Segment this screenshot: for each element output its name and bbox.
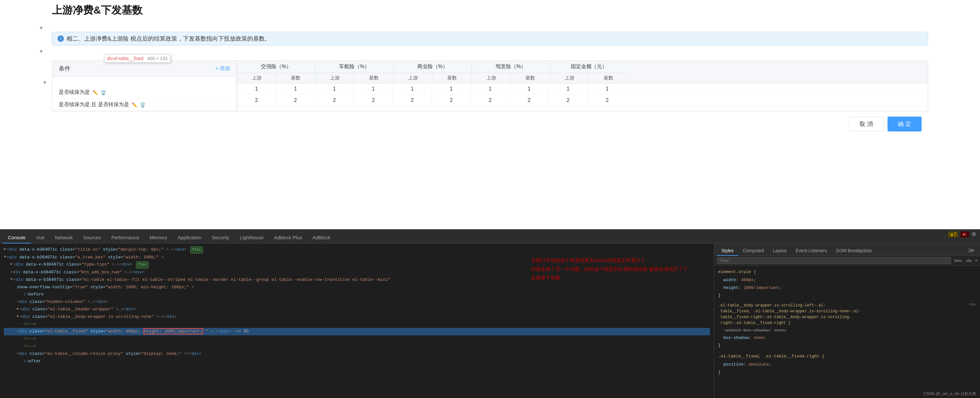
cell-r1-2[interactable]: 1 [315, 83, 354, 94]
code-text-7: ::before [23, 291, 43, 298]
cell-r2-5[interactable]: 2 [432, 95, 471, 106]
tooltip-size: 400 × 132 [147, 56, 168, 61]
code-line-6: show-overflow-tooltip="true" style="widt… [4, 284, 710, 291]
cell-r2-9[interactable]: 2 [588, 95, 627, 106]
css-selector-fixed: .el-table__fixed, .el-table__fixed-right… [718, 353, 976, 361]
code-text-15: <div class="el-table__column-resize-prox… [17, 350, 202, 357]
css-rule-element: element.style { width : 400px; height : … [718, 268, 976, 299]
devtools-html-panel[interactable]: ▶ <div data-v-b384071c class="title-zc" … [0, 244, 714, 398]
chevron-down-icon-2: ▼ [39, 49, 43, 54]
code-comment-3: <!——> [23, 343, 36, 350]
page-title-text: 上游净费&下发基数 [52, 3, 142, 18]
table-header: 交强险（%） 上游 基数 车船险（%） 上游 基数 商业险（%） [237, 61, 928, 83]
delete-icon-2[interactable]: 🗑️ [140, 102, 145, 107]
cell-r2-6[interactable]: 2 [471, 95, 510, 106]
cell-r1-5[interactable]: 1 [432, 83, 471, 94]
devtools-tabs: Console Vue Network Sources Performance … [0, 230, 980, 244]
devtools-styles-panel: Styles Computed Layout Event Listeners D… [714, 244, 980, 398]
devtools-corner: ▲7 ■1 ⚙ [948, 231, 976, 237]
cancel-button[interactable]: 取 消 [849, 116, 884, 132]
cell-r2-4[interactable]: 2 [393, 95, 432, 106]
css-selector-element: element.style { [718, 268, 976, 276]
col-header-ccx: 车船险（%） [315, 61, 393, 73]
edit-icon-2[interactable]: ✏️ [132, 102, 137, 107]
devtools-tab-vue[interactable]: Vue [31, 232, 50, 244]
cell-r2-3[interactable]: 2 [354, 95, 393, 106]
expand-icon-5[interactable]: ▼ [10, 277, 13, 282]
info-icon: i [57, 35, 64, 42]
code-text-12: <div class="el-table__fixed" style="widt… [17, 328, 248, 335]
devtools-tab-application[interactable]: Application [172, 232, 206, 244]
cell-r2-8[interactable]: 2 [549, 95, 588, 106]
css-val-position: absolute; [749, 361, 772, 368]
confirm-button[interactable]: 确 定 [888, 116, 921, 132]
css-prop-name-boxshadow: box-shadow [723, 334, 749, 342]
sub-headers-syx: 上游 基数 [394, 73, 471, 83]
page-top: 上游净费&下发基数 ▼ i 相二、上游净费&上游险 税点后的结算政策，下发基数指… [0, 0, 980, 110]
col-group-syx: 商业险（%） 上游 基数 [394, 61, 472, 83]
settings-icon[interactable]: ⚙ [972, 231, 976, 237]
filter-input[interactable] [717, 257, 951, 264]
annotation-line2: 但是造成了另一个问题，此时这个固定列位置的滚动条 被遮住滚动不了了 [531, 264, 688, 273]
csdn-note: CSDN @i_am_a_div 日积月累 [924, 391, 976, 397]
expand-icon-9[interactable]: ▶ [17, 306, 19, 312]
devtools-tab-lighthouse[interactable]: Lighthouse [235, 232, 269, 244]
info-text: 相二、上游净费&上游险 税点后的结算政策，下发基数指向下投放政策的基数。 [67, 35, 270, 43]
devtools-tab-adblock[interactable]: AdBlock [307, 232, 336, 244]
right-tab-dom-breakpoints[interactable]: DOM Breakpoints [831, 246, 876, 256]
col-header-syx: 商业险（%） [394, 61, 471, 73]
right-tab-layout[interactable]: Layout [768, 246, 791, 256]
devtools-tab-performance[interactable]: Performance [106, 232, 145, 244]
css-prop-name-position: position [723, 361, 743, 368]
devtools-body: ▶ <div data-v-b384071c class="title-zc" … [0, 244, 980, 398]
condition-label: 条件 [59, 65, 70, 72]
code-line-15: <div class="el-table__column-resize-prox… [4, 350, 710, 358]
cell-r2-0[interactable]: 2 [237, 95, 276, 106]
edit-icon-1[interactable]: ✏️ [92, 90, 98, 95]
code-text-5: <div data-v-b384071c class="el-table el-… [13, 277, 390, 283]
cell-r1-6[interactable]: 1 [471, 83, 510, 94]
add-btn[interactable]: + 添加 [215, 65, 230, 72]
table-area: 交强险（%） 上游 基数 车船险（%） 上游 基数 商业险（%） [237, 60, 928, 111]
right-tab-computed[interactable]: Computed [738, 246, 768, 256]
devtools-tab-network[interactable]: Network [50, 232, 78, 244]
expand-icon-10[interactable]: ▶ [17, 314, 19, 320]
cell-r2-7[interactable]: 2 [510, 95, 549, 106]
cell-r1-9[interactable]: 1 [588, 83, 627, 94]
right-tab-event-listeners[interactable]: Event Listeners [791, 246, 832, 256]
code-text-2: <div data-v-b384071c class="a_tree_box" … [7, 254, 164, 261]
expand-icon-1[interactable]: ▶ [4, 247, 6, 252]
cell-r1-1[interactable]: 1 [276, 83, 315, 94]
code-line-7: ::before [4, 291, 710, 298]
cell-r1-4[interactable]: 1 [393, 83, 432, 94]
cell-r1-7[interactable]: 1 [510, 83, 549, 94]
delete-icon-1[interactable]: 🗑️ [100, 90, 106, 95]
cell-r1-3[interactable]: 1 [354, 83, 393, 94]
cell-r2-1[interactable]: 2 [276, 95, 315, 106]
cell-r1-8[interactable]: 1 [549, 83, 588, 94]
expand-icon-2[interactable]: ▼ [4, 254, 6, 260]
code-line-13: <!——> [4, 335, 710, 343]
devtools-tab-memory[interactable]: Memory [145, 232, 172, 244]
css-colon-2: : [738, 284, 744, 291]
code-text-16: ::after [23, 358, 41, 365]
devtools-tab-security[interactable]: Security [207, 232, 235, 244]
css-prop-width: width : 400px; [718, 276, 976, 284]
devtools-tab-console[interactable]: Console [3, 232, 31, 244]
warning-badge: ▲7 [948, 231, 958, 237]
code-line-12[interactable]: <div class="el-table__fixed" style="widt… [4, 328, 710, 335]
cell-r1-0[interactable]: 1 [237, 83, 276, 94]
devtools-tab-adblockplus[interactable]: Adblock Plus [269, 232, 307, 244]
code-line-8: <div class="hidden-columns" >…</div> [4, 298, 710, 306]
sub-jqx-0: 上游 [237, 73, 276, 83]
css-prop-name-webkit: -webkit-box-shadow [723, 326, 769, 334]
devtools-tab-sources[interactable]: Sources [78, 232, 106, 244]
filter-pseudo[interactable]: :hov .cls + [954, 258, 977, 263]
expand-panel-icon[interactable]: ≫ [966, 245, 977, 255]
condition-text-1: 是否续保为是 [59, 89, 90, 96]
expand-icon-3[interactable]: ▶ [10, 261, 13, 267]
sub-syx-1: 基数 [433, 73, 471, 83]
col-header-jyx: 驾意险（%） [472, 61, 550, 73]
right-tab-styles[interactable]: Styles [717, 246, 738, 256]
cell-r2-2[interactable]: 2 [315, 95, 354, 106]
